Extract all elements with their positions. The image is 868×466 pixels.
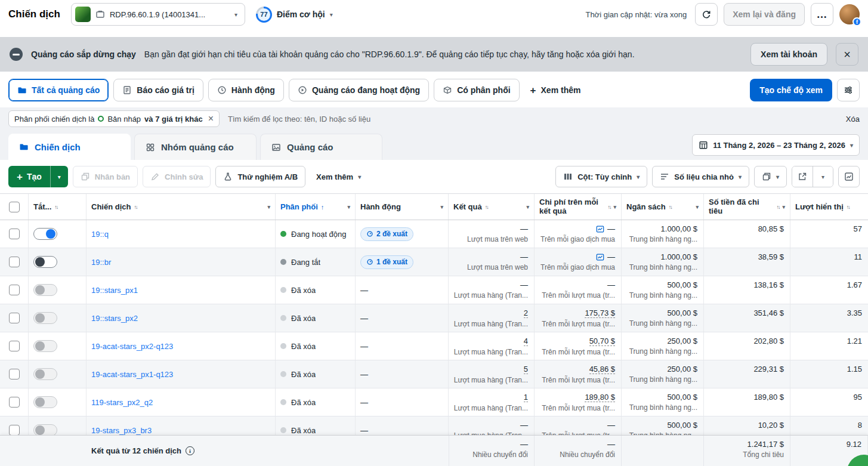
- refresh-button[interactable]: [695, 3, 718, 26]
- row-checkbox[interactable]: [9, 397, 20, 408]
- cost-chart-icon[interactable]: [596, 225, 604, 233]
- cost-value[interactable]: —: [607, 252, 615, 261]
- create-view-button[interactable]: Tạo chế độ xem: [750, 79, 832, 101]
- budget-label: Trung bình hàng ng...: [629, 291, 697, 300]
- result-value[interactable]: —: [520, 421, 528, 430]
- view-tabs-see-more-button[interactable]: + Xem thêm: [524, 79, 587, 101]
- columns-button[interactable]: Cột: Tùy chỉnh ▾: [555, 166, 647, 187]
- header-delivery[interactable]: Phân phối↑▾: [276, 194, 356, 220]
- cost-value[interactable]: 45,86 $: [589, 365, 615, 374]
- row-checkbox[interactable]: [9, 285, 20, 295]
- filter-chevron-icon[interactable]: ▾: [613, 204, 616, 210]
- toolbar-more-button[interactable]: Xem thêm ▾: [310, 166, 367, 187]
- filter-chevron-icon[interactable]: ▾: [440, 204, 443, 210]
- suggestion-badge[interactable]: 2 đề xuất: [360, 227, 413, 241]
- header-budget[interactable]: Ngân sách↑↓▾: [622, 194, 704, 220]
- filter-chevron-icon[interactable]: ▾: [696, 204, 699, 210]
- create-button[interactable]: +Tạo: [8, 166, 50, 187]
- result-value[interactable]: 4: [524, 337, 528, 346]
- info-icon[interactable]: i: [186, 446, 194, 455]
- campaign-name-link[interactable]: 19-acat-stars_px1-q123: [91, 370, 173, 379]
- campaign-toggle[interactable]: [33, 312, 57, 324]
- header-toggle[interactable]: Tắt...↑↓: [29, 194, 87, 220]
- duplicate-button[interactable]: Nhân bản: [73, 166, 138, 187]
- cost-value[interactable]: —: [607, 280, 615, 289]
- filter-chevron-icon[interactable]: ▾: [267, 204, 270, 210]
- view-account-button[interactable]: Xem tài khoản: [750, 43, 827, 66]
- ab-test-button[interactable]: Thử nghiệm A/B: [215, 166, 305, 187]
- campaign-name-link[interactable]: 19::stars_px2: [91, 314, 138, 323]
- row-checkbox[interactable]: [9, 369, 20, 379]
- user-avatar[interactable]: f: [839, 4, 860, 24]
- result-value[interactable]: —: [520, 280, 528, 289]
- select-all-checkbox[interactable]: [9, 202, 20, 212]
- campaign-name-link[interactable]: 19::stars_px1: [91, 286, 138, 295]
- suggestion-badge[interactable]: 1 đề xuất: [360, 255, 413, 269]
- campaign-name-link[interactable]: 119-stars_px2_q2: [91, 398, 153, 407]
- campaign-name-link[interactable]: 19-stars_px3_br3: [91, 426, 152, 435]
- view-tab-actions[interactable]: Hành động: [208, 79, 284, 101]
- filter-chevron-icon[interactable]: ▾: [526, 204, 529, 210]
- export-button[interactable]: [792, 166, 813, 187]
- view-tab-value-report[interactable]: Báo cáo giá trị: [113, 79, 203, 101]
- campaign-toggle[interactable]: [33, 340, 57, 352]
- charts-button[interactable]: [838, 166, 860, 187]
- banner-close-button[interactable]: ×: [836, 43, 858, 66]
- export-dropdown-button[interactable]: ▾: [813, 166, 833, 187]
- campaign-toggle[interactable]: [33, 256, 57, 268]
- campaign-toggle[interactable]: [33, 396, 57, 408]
- campaign-toggle[interactable]: [33, 228, 57, 240]
- row-checkbox[interactable]: [9, 425, 20, 435]
- result-value[interactable]: 5: [524, 365, 528, 374]
- header-results[interactable]: Kết quả↑↓▾: [449, 194, 535, 220]
- search-input[interactable]: [228, 115, 838, 124]
- delivery-filter-chip[interactable]: Phân phối chiến dịch là Bản nháp và 7 gi…: [8, 110, 220, 127]
- result-value[interactable]: 2: [524, 308, 528, 318]
- view-tab-all-ads[interactable]: Tất cả quảng cáo: [8, 79, 109, 101]
- cost-chart-icon[interactable]: [596, 253, 604, 261]
- tab-ads[interactable]: Quảng cáo: [260, 134, 382, 160]
- view-tab-has-delivery[interactable]: Có phân phối: [434, 79, 519, 101]
- more-options-button[interactable]: …: [811, 3, 833, 26]
- remove-filter-icon[interactable]: ×: [208, 114, 214, 124]
- date-range-picker[interactable]: 11 Tháng 2, 2026 – 23 Tháng 2, 2026 ▾: [692, 134, 860, 156]
- result-value[interactable]: 1: [524, 393, 528, 402]
- header-amount-spent[interactable]: Số tiền đã chi tiêu↑↓▾: [704, 194, 790, 220]
- view-tab-active-ads[interactable]: Quảng cáo đang hoạt động: [289, 79, 429, 101]
- reports-button[interactable]: ▾: [754, 166, 787, 187]
- edit-button[interactable]: Chỉnh sửa: [143, 166, 211, 187]
- cost-value[interactable]: 175,73 $: [585, 308, 615, 318]
- header-cost-per-result[interactable]: Chi phí trên mỗi kết quả↑↓▾: [535, 194, 622, 220]
- campaign-toggle[interactable]: [33, 424, 57, 435]
- row-checkbox[interactable]: [9, 313, 20, 323]
- tab-campaigns[interactable]: Chiến dịch: [8, 134, 131, 160]
- result-value[interactable]: —: [520, 224, 528, 233]
- row-checkbox[interactable]: [9, 341, 20, 351]
- cost-value[interactable]: —: [607, 421, 615, 430]
- tab-ad-sets[interactable]: Nhóm quảng cáo: [134, 134, 257, 160]
- create-dropdown-button[interactable]: ▾: [50, 166, 68, 187]
- cost-value[interactable]: 50,70 $: [589, 337, 615, 346]
- header-campaign[interactable]: Chiến dịch↑↓▾: [87, 194, 276, 220]
- review-publish-button[interactable]: Xem lại và đăng: [724, 3, 805, 26]
- row-checkbox[interactable]: [9, 257, 20, 267]
- header-action[interactable]: Hành động▾: [356, 194, 449, 220]
- campaign-name-link[interactable]: 19-acat-stars_px2-q123: [91, 342, 173, 351]
- campaign-toggle[interactable]: [33, 284, 57, 296]
- filter-settings-button[interactable]: [837, 79, 860, 101]
- header-impressions[interactable]: Lượt hiển thị↑↓: [790, 194, 868, 220]
- cost-value[interactable]: —: [607, 224, 615, 233]
- result-value[interactable]: —: [520, 252, 528, 261]
- row-checkbox[interactable]: [9, 229, 20, 239]
- clear-filters-link[interactable]: Xóa: [846, 115, 860, 124]
- campaign-toggle[interactable]: [33, 368, 57, 380]
- campaign-name-link[interactable]: 19::br: [91, 258, 111, 267]
- campaign-name-link[interactable]: 19::q: [91, 230, 109, 239]
- breakdown-button[interactable]: Số liệu chia nhỏ ▾: [652, 166, 749, 187]
- opportunity-score[interactable]: 77 Điểm cơ hội ▾: [256, 7, 333, 23]
- filter-chevron-icon[interactable]: ▾: [782, 204, 785, 210]
- ad-account-selector[interactable]: RDP.96.60.1.9 (14001341... ▾: [71, 3, 245, 26]
- cost-value[interactable]: 189,80 $: [585, 393, 615, 402]
- filter-chevron-icon[interactable]: ▾: [347, 204, 350, 210]
- ads-manager-app: Chiến dịch RDP.96.60.1.9 (14001341... ▾ …: [0, 0, 868, 466]
